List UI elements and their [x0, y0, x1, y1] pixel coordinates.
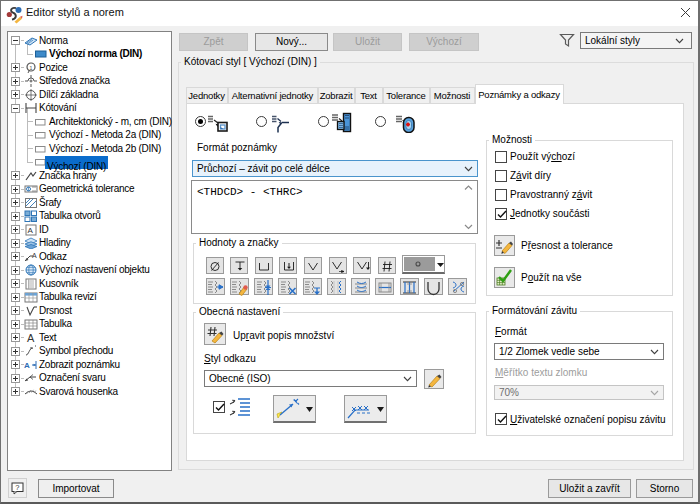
svg-text:A: A [28, 226, 34, 235]
svg-text:A: A [27, 332, 35, 344]
svg-text:?: ? [15, 483, 19, 492]
svg-text:A: A [24, 361, 30, 370]
svg-text:A: A [32, 252, 37, 259]
